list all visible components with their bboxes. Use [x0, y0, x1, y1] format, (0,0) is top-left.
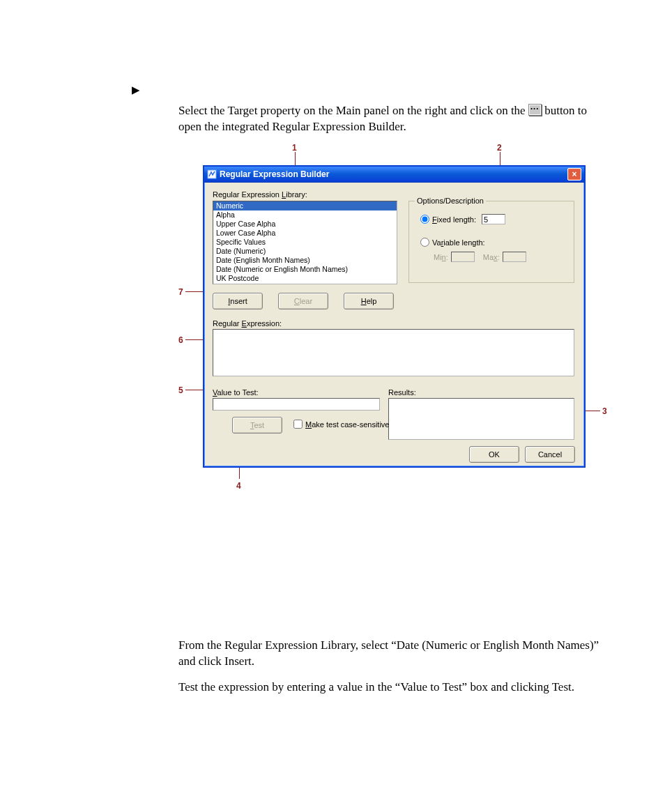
cancel-button[interactable]: Cancel	[525, 446, 575, 463]
var-pre: Va	[432, 238, 441, 247]
library-item-date-mixed[interactable]: Date (Numeric or English Month Names)	[213, 265, 397, 274]
library-item-date-numeric[interactable]: Date (Numeric)	[213, 247, 397, 256]
case-sensitive-checkbox[interactable]	[293, 420, 303, 429]
test-button[interactable]: Test	[232, 417, 282, 434]
library-item-uk-postcode[interactable]: UK Postcode	[213, 274, 397, 283]
paragraph-2: From the Regular Expression Library, sel…	[178, 638, 604, 670]
cbx-post: ake test case-sensitive	[312, 420, 389, 429]
min-post: :	[446, 253, 448, 261]
ok-button[interactable]: OK	[469, 446, 519, 463]
regex-textarea[interactable]	[213, 329, 574, 376]
clear-u: C	[294, 297, 300, 305]
callout-7: 7	[178, 287, 183, 297]
min-pre: Mi	[434, 253, 442, 261]
max-label: Max:	[483, 253, 500, 261]
callout-5: 5	[178, 385, 183, 395]
var-post: iable length:	[443, 238, 484, 247]
help-button[interactable]: Help	[344, 293, 394, 309]
library-item-lower-alpha[interactable]: Lower Case Alpha	[213, 229, 397, 238]
regex-pre: Regular	[213, 319, 242, 328]
case-sensitive-row: Make test case-sensitive	[293, 420, 389, 429]
callout-4: 4	[236, 481, 241, 491]
max-post: :	[498, 253, 500, 261]
clear-post: lear	[300, 297, 312, 305]
bullet-arrow: ▶	[132, 84, 140, 96]
library-item-numeric[interactable]: Numeric	[213, 201, 397, 210]
paragraph-1: Select the Target property on the Main p…	[178, 103, 604, 135]
dialog-title: Regular Expression Builder	[220, 169, 567, 179]
library-item-date-english[interactable]: Date (English Month Names)	[213, 256, 397, 265]
variable-length-label: Variable length:	[432, 238, 485, 247]
value-to-test-label: Value to Test:	[213, 388, 259, 397]
callout-3: 3	[602, 406, 607, 416]
callout-6: 6	[178, 335, 183, 345]
library-label: Regular Expression Library:	[213, 190, 307, 199]
help-post: elp	[367, 297, 377, 305]
library-item-specific-values[interactable]: Specific Values	[213, 238, 397, 247]
close-button[interactable]: ×	[567, 168, 581, 181]
max-input	[503, 252, 526, 262]
case-sensitive-label: Make test case-sensitive	[305, 420, 389, 429]
callout-line-6	[185, 339, 205, 340]
paragraph-3: Test the expression by entering a value …	[178, 680, 604, 696]
clear-button[interactable]: Clear	[278, 293, 328, 309]
paragraph-1a: Select the Target property on the Main p…	[178, 104, 528, 117]
fixed-label-u: F	[432, 215, 437, 224]
fixed-length-radio[interactable]	[420, 215, 429, 224]
insert-post: nsert	[230, 297, 247, 305]
library-item-alpha[interactable]: Alpha	[213, 210, 397, 220]
results-label: Results:	[388, 388, 416, 397]
library-listbox[interactable]: Numeric Alpha Upper Case Alpha Lower Cas…	[213, 201, 397, 284]
insert-button[interactable]: Insert	[213, 293, 263, 309]
variable-length-row: Variable length:	[420, 238, 485, 247]
callout-2: 2	[497, 143, 502, 153]
callout-line-5	[185, 390, 205, 390]
library-label-post: ibrary:	[286, 190, 307, 199]
help-u: H	[361, 297, 367, 305]
fixed-length-input[interactable]	[482, 214, 505, 224]
fixed-label-post: ixed length:	[437, 215, 476, 224]
callout-1: 1	[292, 143, 297, 153]
results-box	[388, 398, 574, 440]
regex-builder-dialog: Regular Expression Builder × Regular Exp…	[203, 165, 586, 468]
ellipsis-icon	[528, 104, 542, 116]
cbx-u: M	[305, 420, 312, 429]
library-item-uk-postcode-adv[interactable]: UK Postcode (Advanced)	[213, 283, 397, 284]
min-input	[451, 252, 475, 262]
callout-line-7	[185, 291, 205, 292]
regex-post: xpression:	[247, 319, 282, 328]
dialog-body: Regular Expression Library: Numeric Alph…	[204, 183, 584, 466]
regex-u: E	[242, 319, 247, 328]
fixed-length-label: Fixed length:	[432, 215, 476, 224]
options-groupbox: Options/Description Fixed length: Variab…	[408, 201, 574, 283]
test-post: est	[254, 421, 264, 429]
app-icon	[207, 169, 217, 179]
value-to-test-input[interactable]	[213, 398, 380, 411]
max-pre: Ma	[483, 253, 494, 261]
figure-regex-builder: 1 2 3 4 5 6 7 Regular Expression Builder…	[178, 143, 611, 488]
close-icon: ×	[572, 169, 576, 179]
regex-label: Regular Expression:	[213, 319, 282, 328]
fixed-length-row: Fixed length:	[420, 214, 505, 224]
variable-length-radio[interactable]	[420, 238, 429, 247]
library-label-pre: Regular Expression	[213, 190, 282, 199]
min-label: Min:	[434, 253, 448, 261]
options-legend: Options/Description	[415, 197, 486, 205]
titlebar[interactable]: Regular Expression Builder ×	[204, 167, 584, 183]
min-max-row: Min: Max:	[434, 252, 526, 262]
library-item-upper-alpha[interactable]: Upper Case Alpha	[213, 220, 397, 229]
vtt-post: alue to Test:	[217, 388, 259, 397]
